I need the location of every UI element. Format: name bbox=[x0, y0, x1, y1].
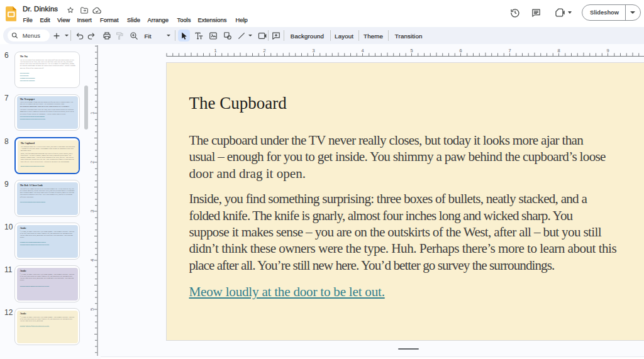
svg-text:8: 8 bbox=[557, 48, 560, 53]
svg-text:5: 5 bbox=[410, 48, 413, 53]
svg-text:3: 3 bbox=[312, 48, 314, 53]
svg-text:7: 7 bbox=[508, 48, 511, 53]
svg-text:4: 4 bbox=[361, 48, 364, 53]
svg-text:1: 1 bbox=[214, 48, 216, 53]
svg-text:6: 6 bbox=[459, 48, 462, 53]
svg-text:9: 9 bbox=[606, 48, 609, 53]
svg-text:2: 2 bbox=[263, 48, 265, 53]
